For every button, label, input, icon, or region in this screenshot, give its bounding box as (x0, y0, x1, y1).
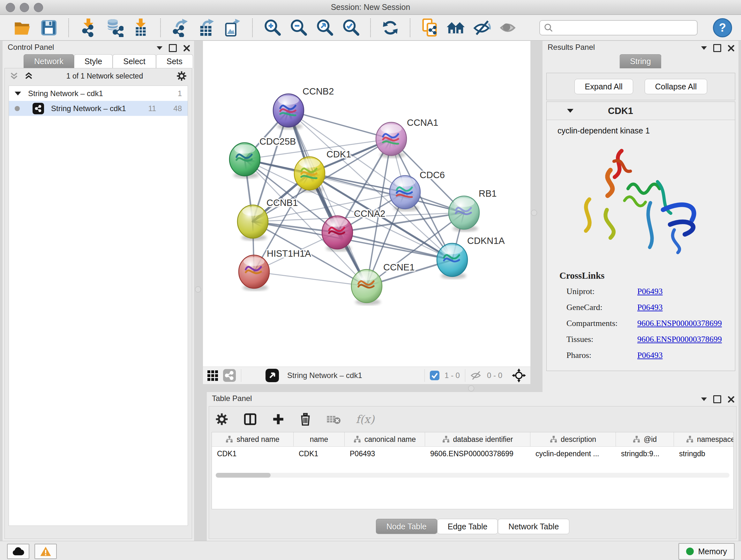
close-panel-icon[interactable] (183, 45, 190, 52)
network-node-CCNA1[interactable] (376, 122, 407, 158)
column-header-database-identifier[interactable]: database identifier (425, 432, 530, 446)
column-header-description[interactable]: description (530, 432, 616, 446)
crosslink-link[interactable]: 9606.ENSP00000378699 (637, 319, 722, 328)
search-input[interactable] (556, 23, 693, 33)
cloud-status-button[interactable] (7, 544, 29, 559)
crosslink-link[interactable]: P06493 (637, 303, 722, 312)
network-edge[interactable] (337, 233, 452, 260)
network-node-CDK1[interactable] (294, 157, 325, 192)
delete-table-icon[interactable] (327, 414, 340, 425)
import-network-from-database-button[interactable] (105, 18, 124, 38)
float-panel-icon[interactable] (713, 395, 721, 403)
network-node-CCNB1[interactable] (238, 205, 268, 241)
selected-checkbox-icon[interactable] (430, 371, 440, 380)
tree-expand-icon[interactable] (15, 91, 21, 96)
network-node-CCNA2[interactable] (322, 216, 353, 252)
first-neighbors-button[interactable] (447, 18, 465, 38)
splitter-handle[interactable] (195, 287, 201, 293)
network-node-RB1[interactable] (449, 196, 479, 232)
refresh-button[interactable] (381, 18, 400, 38)
node-details-header[interactable]: CDK1 (547, 102, 735, 120)
hide-selected-button[interactable] (473, 18, 491, 38)
function-builder-icon[interactable]: f(x) (356, 413, 374, 426)
panel-menu-icon[interactable] (701, 46, 707, 50)
zoom-selected-button[interactable] (341, 18, 360, 38)
export-network-button[interactable] (171, 18, 190, 38)
column-header-name[interactable]: name (293, 432, 345, 446)
float-panel-icon[interactable] (713, 44, 721, 52)
show-grid-icon[interactable] (207, 370, 218, 381)
network-edge[interactable] (288, 111, 367, 286)
expand-all-icon[interactable] (24, 72, 33, 80)
birds-eye-toggle-icon[interactable] (512, 368, 526, 382)
show-all-button[interactable] (499, 18, 518, 38)
tab-select[interactable]: Select (113, 54, 156, 68)
crosslink-link[interactable]: P06493 (637, 287, 722, 296)
tab-edge-table[interactable]: Edge Table (437, 519, 498, 534)
table-row[interactable]: CDK1CDK1P064939606.ENSP00000378699cyclin… (212, 447, 733, 461)
export-table-button[interactable] (197, 18, 216, 38)
minimize-window-button[interactable] (20, 3, 29, 12)
collapse-all-button[interactable]: Collapse All (645, 79, 708, 94)
network-options-gear-icon[interactable] (177, 71, 187, 81)
network-canvas[interactable]: CCNB2CCNA1CDC25BCDK1CDC6RB1CCNB1CCNA2CDK… (203, 41, 530, 367)
table-cell[interactable]: P06493 (345, 447, 425, 461)
table-cell[interactable]: stringdb (674, 447, 734, 461)
zoom-window-button[interactable] (34, 3, 43, 12)
network-overview-icon[interactable] (223, 369, 236, 382)
table-cell[interactable]: stringdb:9... (616, 447, 674, 461)
save-session-button[interactable] (40, 18, 58, 38)
detach-view-icon[interactable] (266, 369, 279, 382)
network-node-HIST1H1A[interactable] (239, 255, 269, 291)
crosslink-link[interactable]: P06493 (637, 351, 722, 360)
table-cell[interactable]: CDK1 (293, 447, 345, 461)
panel-menu-icon[interactable] (157, 46, 162, 50)
network-edge[interactable] (254, 272, 367, 286)
network-node-CDC25B[interactable] (229, 143, 260, 179)
scrollbar-thumb[interactable] (216, 473, 271, 478)
close-panel-icon[interactable] (728, 45, 735, 52)
network-row[interactable]: String Network – cdk1 11 48 (9, 101, 188, 116)
float-panel-icon[interactable] (169, 44, 177, 52)
table-options-gear-icon[interactable] (215, 413, 228, 426)
network-collection-row[interactable]: String Network – cdk1 1 (9, 86, 188, 101)
network-node-CDKN1A[interactable] (437, 243, 468, 279)
table-cell[interactable]: CDK1 (212, 447, 293, 461)
tab-network-table[interactable]: Network Table (498, 519, 569, 534)
collapse-all-icon[interactable] (10, 72, 18, 80)
expand-all-button[interactable]: Expand All (575, 79, 633, 94)
collapse-entry-icon[interactable] (567, 109, 574, 113)
export-image-button[interactable] (223, 18, 242, 38)
column-header-shared-name[interactable]: shared name (212, 432, 293, 446)
help-button[interactable]: ? (713, 18, 732, 37)
splitter-handle[interactable] (531, 210, 537, 216)
tab-sets[interactable]: Sets (156, 54, 193, 68)
tab-network[interactable]: Network (23, 54, 74, 68)
zoom-in-button[interactable] (263, 18, 281, 38)
search-box[interactable] (539, 20, 697, 36)
tab-style[interactable]: Style (74, 54, 113, 68)
table-cell[interactable]: 9606.ENSP00000378699 (425, 447, 530, 461)
table-cell[interactable]: cyclin-dependent ... (530, 447, 616, 461)
clone-network-button[interactable] (421, 18, 439, 38)
crosslink-link[interactable]: 9606.ENSP00000378699 (637, 334, 722, 344)
network-node-CCNE1[interactable] (351, 269, 382, 305)
import-table-from-file-button[interactable] (131, 18, 150, 38)
column-header-canonical-name[interactable]: canonical name (345, 432, 425, 446)
network-node-CDC6[interactable] (390, 176, 420, 211)
select-columns-icon[interactable] (244, 413, 257, 426)
network-node-CCNB2[interactable] (273, 94, 304, 130)
zoom-out-button[interactable] (289, 18, 308, 38)
zoom-fit-button[interactable] (315, 18, 334, 38)
tab-node-table[interactable]: Node Table (376, 519, 437, 534)
warnings-button[interactable] (35, 544, 57, 559)
import-network-from-file-button[interactable] (79, 18, 98, 38)
open-session-button[interactable] (13, 18, 32, 38)
create-column-plus-icon[interactable] (272, 413, 284, 425)
tab-string[interactable]: String (619, 54, 661, 68)
panel-menu-icon[interactable] (701, 397, 707, 401)
delete-column-trash-icon[interactable] (300, 413, 311, 426)
splitter-handle[interactable] (468, 385, 474, 391)
memory-button[interactable]: Memory (678, 543, 735, 560)
close-window-button[interactable] (6, 3, 15, 12)
